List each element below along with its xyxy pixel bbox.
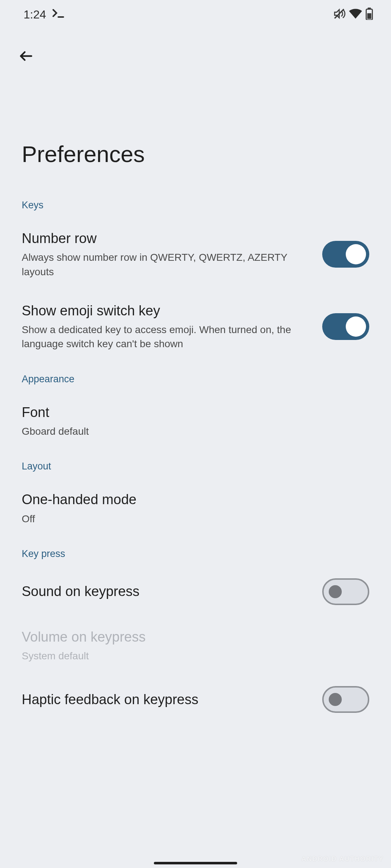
setting-subtitle: System default	[22, 649, 358, 663]
svg-rect-4	[367, 13, 371, 19]
arrow-back-icon	[18, 48, 34, 64]
setting-text: Volume on keypress System default	[22, 628, 369, 663]
section-header-keys: Keys	[0, 189, 391, 218]
status-left: 1:24	[24, 8, 66, 21]
setting-text: One-handed mode Off	[22, 491, 369, 526]
setting-title: Sound on keypress	[22, 583, 311, 600]
setting-volume-keypress: Volume on keypress System default	[0, 617, 391, 675]
status-bar: 1:24	[0, 0, 391, 29]
toggle-haptic-keypress[interactable]	[322, 686, 369, 713]
status-time: 1:24	[24, 8, 46, 21]
mute-icon	[333, 8, 345, 21]
setting-title: Number row	[22, 230, 311, 247]
toggle-knob	[346, 316, 366, 337]
toggle-number-row[interactable]	[322, 241, 369, 268]
watermark: ANDROID AUTHORITY	[302, 855, 384, 863]
section-header-keypress: Key press	[0, 537, 391, 567]
setting-text: Show emoji switch key Show a dedicated k…	[22, 302, 322, 351]
terminal-icon	[52, 9, 66, 20]
toggle-knob	[329, 585, 342, 598]
setting-font[interactable]: Font Gboard default	[0, 392, 391, 450]
setting-sound-keypress[interactable]: Sound on keypress	[0, 567, 391, 617]
setting-text: Haptic feedback on keypress	[22, 691, 322, 709]
setting-subtitle: Always show number row in QWERTY, QWERTZ…	[22, 250, 311, 278]
setting-text: Sound on keypress	[22, 583, 322, 600]
back-button[interactable]	[14, 43, 40, 69]
setting-emoji-switch[interactable]: Show emoji switch key Show a dedicated k…	[0, 290, 391, 363]
setting-text: Font Gboard default	[22, 404, 369, 439]
setting-title: One-handed mode	[22, 491, 358, 509]
setting-subtitle: Show a dedicated key to access emoji. Wh…	[22, 323, 311, 351]
toggle-knob	[346, 244, 366, 264]
setting-title: Show emoji switch key	[22, 302, 311, 320]
nav-handle[interactable]	[154, 862, 237, 864]
section-header-layout: Layout	[0, 450, 391, 479]
setting-subtitle: Gboard default	[22, 424, 358, 438]
toggle-emoji-switch[interactable]	[322, 313, 369, 340]
page-title: Preferences	[0, 69, 391, 189]
wifi-icon	[349, 9, 362, 20]
setting-number-row[interactable]: Number row Always show number row in QWE…	[0, 218, 391, 290]
setting-text: Number row Always show number row in QWE…	[22, 230, 322, 279]
status-right	[333, 8, 373, 21]
toggle-knob	[329, 693, 342, 706]
section-header-appearance: Appearance	[0, 363, 391, 392]
setting-one-handed[interactable]: One-handed mode Off	[0, 479, 391, 537]
battery-icon	[366, 8, 373, 21]
toggle-sound-keypress[interactable]	[322, 578, 369, 605]
setting-haptic-keypress[interactable]: Haptic feedback on keypress	[0, 675, 391, 724]
setting-title: Font	[22, 404, 358, 421]
setting-subtitle: Off	[22, 512, 358, 526]
setting-title: Volume on keypress	[22, 628, 358, 646]
setting-title: Haptic feedback on keypress	[22, 691, 311, 709]
header	[0, 29, 391, 69]
